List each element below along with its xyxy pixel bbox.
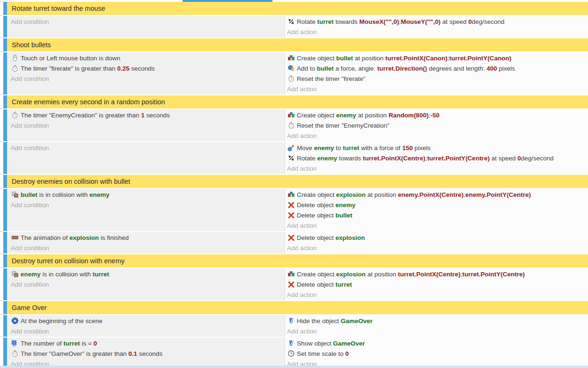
event-block: Add conditionRotate turret towards Mouse…	[0, 16, 588, 37]
condition-row[interactable]: The animation of explosion is finished	[11, 232, 285, 243]
action-row[interactable]: Create object explosion at position enem…	[287, 189, 588, 200]
actions-column: Move enemy to turret with a force of 150…	[285, 142, 588, 174]
event-selection-bar[interactable]	[3, 254, 7, 267]
condition-row[interactable]: The timer "EnemyCreation" is greater tha…	[11, 110, 285, 120]
event-selection-bar[interactable]	[3, 2, 7, 15]
text-segment: 150	[402, 144, 413, 152]
action-row[interactable]: Delete object enemy	[287, 200, 588, 210]
text-segment: at position	[353, 55, 385, 62]
event-selection-bar[interactable]	[3, 52, 7, 94]
event-selection-bar[interactable]	[3, 232, 7, 253]
add-condition-button[interactable]: Add condition	[11, 73, 285, 84]
event-block: x?The number of turret is = 0The timer "…	[0, 338, 588, 368]
text-segment: The number of	[21, 340, 64, 347]
event-block: Game Over	[0, 301, 588, 314]
event-content: Add conditionMove enemy to turret with a…	[7, 142, 588, 174]
action-row[interactable]: Move enemy to turret with a force of 150…	[287, 143, 588, 153]
action-row[interactable]: Delete object turret	[287, 279, 588, 289]
action-row[interactable]: Add to bullet a force, angle: turret.Dir…	[287, 63, 588, 73]
group-header[interactable]: Shoot bullets	[7, 38, 588, 51]
add-condition-button[interactable]: Add condition	[11, 16, 285, 27]
add-condition-button[interactable]: Add condition	[11, 143, 285, 153]
add-action-button[interactable]: Add action	[287, 84, 588, 94]
action-row[interactable]: Delete object bullet	[287, 210, 588, 220]
condition-row[interactable]: The timer "firerate" is greater than 0.2…	[11, 63, 285, 73]
event-content: x?The number of turret is = 0The timer "…	[7, 338, 588, 368]
add-condition-button[interactable]: Add condition	[11, 326, 285, 336]
text-segment: -50	[430, 112, 440, 119]
event-selection-bar[interactable]	[3, 338, 7, 368]
gutter-tick	[0, 301, 3, 314]
event-selection-bar[interactable]	[3, 268, 7, 300]
event-selection-bar[interactable]	[3, 301, 7, 314]
group-header[interactable]: Game Over	[7, 301, 588, 314]
event-content: The animation of explosion is finishedAd…	[7, 232, 588, 253]
text-segment: is in collision with	[37, 191, 89, 198]
text-segment: deg/second	[521, 155, 554, 162]
text-segment: enemy	[336, 202, 356, 209]
add-action-button[interactable]: Add action	[287, 289, 588, 300]
action-row[interactable]: Hide the object GameOver	[287, 316, 588, 326]
gutter-tick	[0, 95, 3, 108]
event-selection-bar[interactable]	[3, 38, 7, 51]
add-condition-button[interactable]: Add condition	[11, 200, 285, 210]
add-action-button[interactable]: Add action	[287, 130, 588, 141]
gutter-tick	[0, 189, 3, 231]
conditions-column: The timer "EnemyCreation" is greater tha…	[7, 109, 285, 141]
add-condition-button[interactable]: Add condition	[11, 120, 285, 130]
clock-icon	[287, 350, 295, 357]
text-segment: Random(800)	[389, 112, 429, 119]
group-header[interactable]: Rotate turret toward the mouse	[7, 2, 588, 15]
event-selection-bar[interactable]	[3, 315, 7, 337]
condition-row[interactable]: x?The number of turret is = 0	[11, 338, 285, 348]
gutter-tick	[0, 109, 3, 141]
action-row[interactable]: Delete object explosion	[287, 232, 588, 243]
event-selection-bar[interactable]	[3, 109, 7, 141]
condition-row[interactable]: At the beginning of the scene	[11, 316, 285, 326]
gutter-tick	[0, 254, 3, 267]
add-action-button[interactable]: Add action	[287, 220, 588, 231]
event-row: Add conditionMove enemy to turret with a…	[7, 142, 588, 174]
event-selection-bar[interactable]	[3, 142, 7, 174]
condition-row[interactable]: bullet is in collision with enemy	[11, 189, 285, 200]
action-row[interactable]: Rotate turret towards MouseX("",0);Mouse…	[287, 16, 588, 27]
add-condition-button[interactable]: Add condition	[11, 243, 285, 253]
text-segment: at position	[366, 271, 398, 278]
group-header[interactable]: Destroy enemies on collision with bullet	[7, 175, 588, 188]
text-segment: is finished	[99, 234, 129, 241]
action-row[interactable]: Reset the timer "firerate"	[287, 73, 588, 84]
action-row[interactable]: Show object GameOver	[287, 338, 588, 348]
add-action-button[interactable]: Add action	[287, 163, 588, 173]
actions-column: Rotate turret towards MouseX("",0);Mouse…	[285, 16, 588, 37]
conditions-column: Touch or Left mouse button is downThe ti…	[7, 52, 285, 94]
event-block: Add conditionMove enemy to turret with a…	[0, 142, 588, 174]
event-selection-bar[interactable]	[3, 189, 7, 231]
condition-row[interactable]: Touch or Left mouse button is down	[11, 53, 285, 63]
action-row[interactable]: Rotate enemy towards turret.PointX(Centr…	[287, 153, 588, 163]
action-row[interactable]: Reset the timer "EnemyCreation"	[287, 120, 588, 130]
event-selection-bar[interactable]	[3, 16, 7, 37]
action-row[interactable]: Create object enemy at position Random(8…	[287, 110, 588, 120]
add-action-button[interactable]: Add action	[287, 243, 588, 253]
event-selection-bar[interactable]	[3, 95, 7, 108]
add-condition-button[interactable]: Add condition	[11, 279, 285, 289]
text-segment: MouseY("",0)	[401, 18, 441, 25]
add-action-button[interactable]: Add action	[287, 326, 588, 336]
text-segment: bullet	[21, 191, 37, 198]
gutter-tick	[0, 38, 3, 51]
action-row[interactable]: Set time scale to 0	[287, 348, 588, 359]
collision-icon	[11, 191, 19, 198]
event-selection-bar[interactable]	[3, 175, 7, 188]
group-header-block: Shoot bullets	[7, 38, 588, 51]
condition-row[interactable]: The timer "GameOver" is greater than 0.1…	[11, 348, 285, 359]
text-segment: turret.PointY(Canon)	[449, 55, 512, 62]
condition-row[interactable]: enemy is in collision with turret	[11, 269, 285, 279]
group-header[interactable]: Destroy turret on collision with enemy	[7, 254, 588, 267]
add-action-button[interactable]: Add action	[287, 27, 588, 37]
gutter-tick	[0, 52, 3, 94]
group-header[interactable]: Create enemies every second in a random …	[7, 95, 588, 108]
action-row[interactable]: Create object bullet at position turret.…	[287, 53, 588, 63]
text-segment: turret	[336, 281, 352, 288]
gutter-tick	[0, 175, 3, 188]
action-row[interactable]: Create object explosion at position turr…	[287, 269, 588, 279]
